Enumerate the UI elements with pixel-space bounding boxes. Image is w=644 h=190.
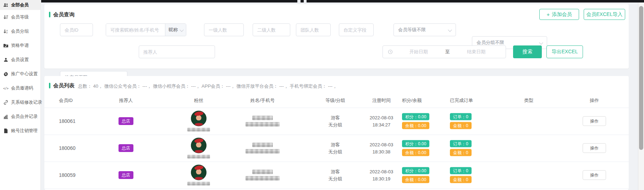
cell-points-balance: 积分：0.00余额：0.00	[402, 140, 436, 156]
team-field-wrap	[296, 23, 331, 36]
cell-completed-orders: 订单：0金额：0	[450, 140, 478, 156]
cell-member-id: 180061	[59, 118, 91, 124]
svg-text:</>: </>	[3, 86, 9, 90]
sidebar-item-0[interactable]: 全部会员	[0, 0, 40, 10]
export-excel-button[interactable]: 导出EXCEL	[546, 45, 583, 58]
referrer-badge: 总店	[119, 171, 133, 179]
register-date: 2022-08-03	[362, 168, 401, 175]
vertical-scrollbar[interactable]	[638, 2, 644, 190]
end-date-input[interactable]: 结束日期	[452, 49, 501, 55]
excel-import-label: 会员EXCEL导入	[587, 11, 623, 18]
cell-name-phone	[241, 170, 284, 181]
member-query-panel: 会员查询 + 添加会员 会员EXCEL导入 昵称	[44, 4, 629, 69]
link-icon	[3, 100, 9, 105]
row-action-button[interactable]: 操作	[583, 116, 606, 126]
member-id-field-wrap	[60, 23, 93, 36]
scrollbar-thumb[interactable]	[639, 6, 643, 150]
column-header-points: 积分/余额	[402, 97, 436, 104]
file-icon	[3, 128, 9, 134]
register-clock: 18:34:27	[362, 121, 401, 128]
member-level-select[interactable]: 会员等级不限	[393, 23, 456, 36]
svg-text:Z: Z	[6, 31, 8, 34]
register-date: 2022-08-03	[362, 114, 401, 121]
add-member-button[interactable]: + 添加会员	[539, 9, 579, 20]
sidebar-item-label: 会员邀请码	[11, 85, 33, 91]
orders-badge: 订单：0	[450, 167, 472, 174]
export-excel-label: 导出EXCEL	[552, 49, 578, 55]
custom-field-input[interactable]	[339, 23, 374, 36]
title-marker	[49, 12, 50, 17]
sidebar-item-5[interactable]: 推广中心设置	[0, 67, 40, 81]
level2-field-wrap	[253, 23, 290, 36]
referrer-badge: 总店	[119, 117, 133, 125]
member-id-input[interactable]	[60, 23, 93, 36]
sidebar-item-7[interactable]: 关系链修改记录	[0, 95, 40, 109]
sidebar-item-label: 资格申请	[11, 43, 29, 49]
keyword-field-wrap: 昵称	[106, 23, 186, 36]
start-date-input[interactable]: 开始日期	[394, 49, 443, 55]
amount-badge: 金额：0	[450, 122, 472, 129]
sidebar-item-6[interactable]: </>会员邀请码	[0, 81, 40, 95]
member-group: 无分组	[318, 121, 353, 128]
sidebar-item-2[interactable]: AZ会员分组	[0, 24, 40, 38]
cell-points-balance: 积分：0.00余额：0.00	[402, 167, 436, 183]
custom-field-wrap	[339, 23, 374, 36]
sidebar-item-label: 会员分组	[11, 28, 29, 34]
sidebar-item-3[interactable]: 资格申请	[0, 38, 40, 53]
search-button[interactable]: 搜索	[513, 45, 542, 58]
sidebar-item-label: 关系链修改记录	[11, 99, 42, 105]
register-date: 2022-08-03	[362, 141, 401, 148]
browser-chrome-strip	[41, 0, 644, 2]
sidebar-item-label: 全部会员	[11, 2, 29, 8]
column-header-name: 姓名/手机号	[241, 97, 284, 104]
browser-tab-notch	[297, 0, 307, 2]
date-range-separator: 至	[443, 49, 452, 55]
cell-referrer: 总店	[108, 171, 144, 179]
excel-import-button[interactable]: 会员EXCEL导入	[584, 9, 625, 20]
cell-level-group: 游客无分组	[318, 168, 353, 182]
sort-numeric-down-icon	[3, 15, 9, 20]
sidebar-item-8[interactable]: 会员合并记录	[0, 109, 40, 124]
keyword-input[interactable]	[106, 24, 165, 36]
column-header-fans: 粉丝	[185, 97, 213, 104]
bar-chart-icon	[3, 114, 9, 119]
cell-referrer: 总店	[108, 144, 144, 152]
table-header-row: 会员ID推荐人粉丝姓名/手机号等级/分组注册时间积分/余额已完成订单类型操作	[44, 93, 629, 108]
member-level: 游客	[318, 114, 353, 121]
sidebar-item-1[interactable]: 会员等级	[0, 10, 40, 24]
cell-name-phone	[241, 116, 284, 127]
query-panel-title: 会员查询	[53, 11, 75, 18]
level1-count-input[interactable]	[204, 23, 244, 36]
sidebar-item-9[interactable]: 账号注销管理	[0, 124, 40, 138]
team-count-input[interactable]	[296, 23, 331, 36]
sidebar-item-label: 推广中心设置	[11, 71, 38, 77]
cell-completed-orders: 订单：0金额：0	[450, 113, 478, 129]
member-group: 无分组	[318, 175, 353, 182]
gear-icon	[3, 71, 9, 77]
sidebar-item-label: 会员等级	[11, 14, 29, 20]
censored-name	[252, 170, 273, 174]
chevron-down-icon	[448, 28, 452, 32]
keyword-type-select[interactable]: 昵称	[165, 24, 186, 36]
orders-badge: 订单：0	[450, 113, 472, 120]
referrer-input[interactable]	[139, 45, 215, 58]
row-action-button[interactable]: 操作	[583, 143, 606, 153]
search-label: 搜索	[523, 49, 533, 55]
date-range-picker[interactable]: 开始日期 至 结束日期	[382, 45, 506, 58]
page: 全部会员会员等级AZ会员分组资格申请会员设置推广中心设置</>会员邀请码关系链修…	[0, 0, 644, 190]
cell-register-time: 2022-08-0318:30:38	[362, 141, 401, 155]
cell-member-id: 180059	[59, 172, 91, 178]
folder-check-icon	[3, 43, 9, 48]
cell-fans	[185, 165, 213, 186]
points-badge: 积分：0.00	[402, 167, 429, 174]
sidebar-item-4[interactable]: 会员设置	[0, 53, 40, 67]
column-header-orders: 已完成订单	[450, 97, 478, 104]
member-avatar	[191, 138, 207, 153]
sidebar: 全部会员会员等级AZ会员分组资格申请会员设置推广中心设置</>会员邀请码关系链修…	[0, 0, 41, 190]
row-action-button[interactable]: 操作	[583, 170, 606, 180]
censored-phone	[246, 122, 280, 127]
level1-field-wrap	[204, 23, 244, 36]
member-level: 游客	[318, 168, 353, 175]
member-count-summary: 总数： 40， 微信公众号会员： ---， 微信小程序会员： ---， APP会…	[78, 83, 337, 89]
level2-count-input[interactable]	[253, 23, 290, 36]
